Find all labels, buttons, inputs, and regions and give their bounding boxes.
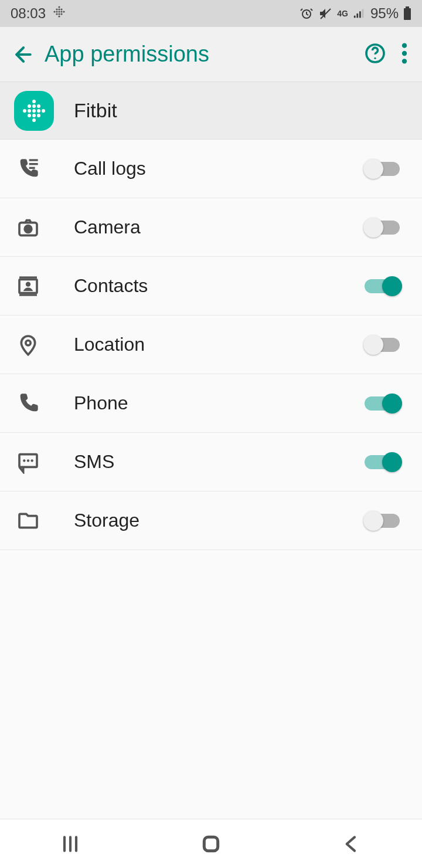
svg-point-47 [26, 340, 30, 345]
battery-icon [403, 6, 411, 21]
permission-toggle-location[interactable] [365, 338, 400, 352]
svg-point-9 [60, 11, 62, 12]
svg-point-42 [25, 225, 32, 232]
svg-point-27 [32, 109, 36, 113]
svg-rect-16 [359, 11, 361, 18]
nav-recents-button[interactable] [59, 832, 82, 856]
svg-point-21 [374, 57, 376, 59]
permission-label: Call logs [74, 158, 365, 179]
svg-point-37 [42, 109, 45, 113]
status-time: 08:03 [11, 5, 46, 22]
status-bar: 08:03 4G 95% [0, 0, 422, 27]
svg-point-50 [27, 459, 29, 462]
nav-back-button[interactable] [340, 832, 363, 856]
svg-rect-15 [356, 13, 358, 18]
svg-point-28 [32, 114, 36, 117]
nav-home-button[interactable] [199, 832, 223, 856]
svg-point-26 [32, 104, 36, 108]
contacts-icon [14, 274, 42, 298]
svg-point-4 [58, 15, 60, 17]
svg-rect-40 [29, 167, 35, 168]
storage-icon [14, 509, 42, 533]
svg-point-24 [402, 59, 407, 63]
svg-rect-52 [204, 837, 217, 850]
svg-rect-44 [19, 294, 37, 296]
back-button[interactable] [6, 43, 41, 66]
camera-icon [14, 216, 42, 239]
page-title: App permissions [41, 42, 363, 67]
battery-percent: 95% [370, 5, 399, 22]
svg-point-22 [402, 43, 407, 48]
permission-row-location[interactable]: Location [0, 316, 422, 374]
svg-point-7 [56, 13, 57, 15]
app-bar: App permissions [0, 27, 422, 82]
svg-rect-38 [29, 159, 38, 161]
svg-point-0 [58, 6, 60, 8]
permission-label: Contacts [74, 275, 365, 297]
alarm-icon [300, 6, 314, 21]
permission-label: Storage [74, 510, 365, 531]
app-name-label: Fitbit [74, 99, 117, 122]
permission-toggle-call-logs[interactable] [365, 162, 400, 176]
svg-rect-18 [404, 8, 411, 20]
permission-row-call-logs[interactable]: Call logs [0, 140, 422, 198]
svg-point-51 [31, 459, 33, 462]
svg-point-6 [56, 11, 57, 12]
mute-icon [318, 6, 332, 21]
permission-label: SMS [74, 451, 365, 473]
permission-label: Location [74, 334, 365, 355]
call-logs-icon [14, 157, 42, 181]
svg-point-23 [402, 50, 407, 55]
permission-row-contacts[interactable]: Contacts [0, 257, 422, 316]
svg-point-46 [26, 282, 30, 286]
svg-point-5 [56, 8, 57, 10]
permission-label: Phone [74, 392, 365, 414]
svg-point-34 [37, 109, 40, 113]
svg-point-36 [23, 109, 26, 113]
location-icon [14, 333, 42, 357]
svg-rect-14 [354, 16, 356, 18]
signal-icon [353, 7, 366, 20]
permission-row-camera[interactable]: Camera [0, 198, 422, 257]
phone-icon [14, 392, 42, 415]
svg-point-12 [63, 11, 64, 12]
more-button[interactable] [401, 42, 408, 67]
svg-point-3 [58, 13, 60, 15]
app-icon-fitbit [14, 91, 54, 131]
permission-row-sms[interactable]: SMS [0, 433, 422, 491]
permission-toggle-phone[interactable] [365, 396, 400, 411]
svg-point-35 [37, 114, 40, 117]
svg-point-25 [32, 100, 36, 103]
svg-point-2 [58, 11, 60, 12]
svg-point-8 [60, 8, 62, 10]
svg-point-32 [28, 114, 31, 117]
help-button[interactable] [363, 42, 387, 67]
sms-icon [14, 450, 42, 474]
permission-toggle-contacts[interactable] [365, 279, 400, 293]
svg-point-30 [28, 104, 31, 108]
svg-point-11 [53, 11, 55, 12]
svg-rect-39 [29, 163, 38, 165]
svg-point-29 [32, 118, 36, 122]
permission-toggle-storage[interactable] [365, 514, 400, 528]
svg-rect-45 [19, 276, 37, 278]
permission-label: Camera [74, 216, 365, 238]
svg-point-33 [37, 104, 40, 108]
app-header-row: Fitbit [0, 82, 422, 140]
svg-rect-19 [406, 6, 409, 8]
network-4g-icon: 4G [337, 9, 348, 18]
permission-toggle-camera[interactable] [365, 221, 400, 235]
svg-point-1 [58, 8, 60, 10]
svg-rect-17 [362, 9, 364, 18]
svg-point-10 [60, 13, 62, 15]
svg-point-49 [23, 459, 25, 462]
permission-row-phone[interactable]: Phone [0, 374, 422, 433]
fitbit-notif-icon [53, 5, 66, 22]
permissions-list: Call logsCameraContactsLocationPhoneSMSS… [0, 140, 422, 550]
permission-toggle-sms[interactable] [365, 455, 400, 469]
permission-row-storage[interactable]: Storage [0, 491, 422, 550]
nav-bar [0, 819, 422, 868]
svg-point-31 [28, 109, 31, 113]
